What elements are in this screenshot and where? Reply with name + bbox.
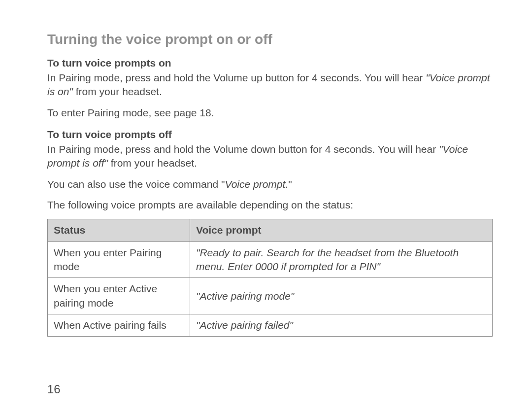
table-header-row: Status Voice prompt bbox=[48, 219, 493, 242]
voice-prompt-table: Status Voice prompt When you enter Pairi… bbox=[47, 219, 493, 337]
status-cell: When you enter Pairing mode bbox=[48, 242, 190, 278]
status-cell: When Active pairing fails bbox=[48, 314, 190, 337]
off-paragraph-2: You can also use the voice command "Voic… bbox=[47, 177, 493, 191]
prompt-cell: "Active pairing failed" bbox=[190, 314, 492, 337]
text: from your headset. bbox=[108, 157, 197, 169]
on-paragraph-1: In Pairing mode, press and hold the Volu… bbox=[47, 71, 493, 99]
subheading-on: To turn voice prompts on bbox=[47, 57, 493, 69]
off-paragraph-3: The following voice prompts are availabl… bbox=[47, 198, 493, 212]
table-row: When you enter Pairing mode "Ready to pa… bbox=[48, 242, 493, 278]
text: In Pairing mode, press and hold the Volu… bbox=[47, 72, 426, 83]
status-cell: When you enter Active pairing mode bbox=[48, 278, 190, 314]
col-prompt-header: Voice prompt bbox=[190, 219, 492, 242]
table-row: When you enter Active pairing mode "Acti… bbox=[48, 278, 493, 314]
text: " bbox=[288, 178, 292, 190]
quote-text: Voice prompt. bbox=[225, 178, 288, 190]
text: In Pairing mode, press and hold the Volu… bbox=[47, 143, 439, 155]
section-title: Turning the voice prompt on or off bbox=[47, 32, 493, 47]
table-row: When Active pairing fails "Active pairin… bbox=[48, 314, 493, 337]
on-paragraph-2: To enter Pairing mode, see page 18. bbox=[47, 106, 493, 120]
prompt-cell: "Ready to pair. Search for the headset f… bbox=[190, 242, 492, 278]
text: from your headset. bbox=[73, 86, 162, 97]
col-status-header: Status bbox=[48, 219, 190, 242]
text: You can also use the voice command " bbox=[47, 178, 225, 190]
off-paragraph-1: In Pairing mode, press and hold the Volu… bbox=[47, 142, 493, 171]
manual-page: Turning the voice prompt on or off To tu… bbox=[0, 0, 532, 356]
prompt-cell: "Active pairing mode" bbox=[190, 278, 492, 314]
subheading-off: To turn voice prompts off bbox=[47, 129, 493, 140]
page-number: 16 bbox=[47, 382, 61, 396]
